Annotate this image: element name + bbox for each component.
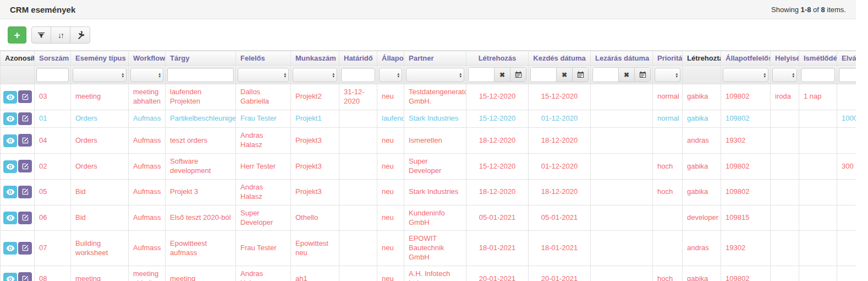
column-label: Létrehozta xyxy=(687,54,721,62)
view-button[interactable] xyxy=(3,186,17,198)
filter-select-9[interactable]: ▴▾ xyxy=(406,68,464,82)
sort-link[interactable]: Sorszám xyxy=(39,54,69,62)
filter-date-input-11[interactable] xyxy=(531,68,556,82)
filter-input-18[interactable] xyxy=(839,68,856,82)
filter-select-3[interactable]: ▴▾ xyxy=(130,68,163,82)
sort-link[interactable]: Ismétlődés xyxy=(804,54,837,62)
table-cell xyxy=(837,179,856,205)
chevron-up-down-icon: ▴▾ xyxy=(459,72,462,78)
view-button[interactable] xyxy=(3,91,17,104)
sort-button[interactable]: ↓↑ xyxy=(51,26,70,44)
crm-events-panel: CRM események Showing 1-8 of 8 items. + … xyxy=(0,0,856,281)
table-cell xyxy=(771,110,799,128)
sort-link[interactable]: Helyiség xyxy=(775,54,799,62)
sort-link[interactable]: Elvá xyxy=(842,54,856,62)
update-button[interactable] xyxy=(18,272,32,281)
calendar-icon[interactable] xyxy=(572,68,588,82)
column-header-7: Határidő xyxy=(339,51,377,66)
filter-input-7[interactable] xyxy=(341,68,375,82)
table-cell xyxy=(653,205,683,231)
filter-select-16[interactable]: ▴▾ xyxy=(772,68,797,82)
table-cell: Aufmass xyxy=(129,205,166,231)
update-button[interactable] xyxy=(18,160,32,172)
view-button[interactable] xyxy=(3,112,17,125)
update-button[interactable] xyxy=(18,212,32,224)
table-cell: 08 xyxy=(35,266,71,281)
view-button[interactable] xyxy=(3,212,17,224)
clear-x-icon[interactable]: ✖ xyxy=(494,68,510,82)
filter-funnel-icon xyxy=(37,31,45,39)
table-cell xyxy=(591,154,653,180)
row-actions-cell xyxy=(1,154,35,180)
add-button[interactable]: + xyxy=(8,26,26,44)
sort-link[interactable]: Állapot xyxy=(382,54,404,62)
table-cell: meeting abhalten xyxy=(129,84,166,110)
table-cell: Projekt3 xyxy=(291,128,339,154)
grid-body: 03meetingmeeting abhaltenlaufenden Proje… xyxy=(1,84,856,281)
column-label: Azonosító xyxy=(5,54,35,62)
filter-date-input-12[interactable] xyxy=(593,68,618,82)
filter-select-5[interactable]: ▴▾ xyxy=(238,68,289,82)
sort-link[interactable]: Esemény típus xyxy=(75,54,126,62)
filter-select-15[interactable]: ▴▾ xyxy=(723,68,768,82)
sort-link[interactable]: Felelős xyxy=(240,54,265,62)
filter-input-4[interactable] xyxy=(167,68,234,82)
sort-link[interactable]: Partner xyxy=(409,54,434,62)
view-button[interactable] xyxy=(3,273,17,281)
table-cell: meeting xyxy=(71,266,129,281)
filter-select-13[interactable]: ▴▾ xyxy=(655,68,680,82)
table-cell: 15-12-2020 xyxy=(466,84,529,110)
sort-link[interactable]: Állapotfelelős xyxy=(726,54,771,62)
filter-select-6[interactable]: ▴▾ xyxy=(293,68,337,82)
table-cell: EPOWIT Bautechnik GmbH xyxy=(404,231,466,266)
clear-x-icon[interactable]: ✖ xyxy=(556,68,572,82)
filter-input-17[interactable] xyxy=(801,68,835,82)
view-button[interactable] xyxy=(3,242,17,255)
sort-link[interactable]: Workflow xyxy=(133,54,165,62)
table-cell xyxy=(591,231,653,266)
sort-link[interactable]: Létrehozás xyxy=(479,54,517,62)
table-cell: 18-12-2020 xyxy=(466,128,529,154)
table-cell: Projekt 3 xyxy=(166,179,236,205)
update-button[interactable] xyxy=(18,112,32,125)
sort-link[interactable]: Munkaszám xyxy=(295,54,336,62)
calendar-icon[interactable] xyxy=(510,68,526,82)
table-cell xyxy=(771,205,799,231)
filter-select-8[interactable]: ▴▾ xyxy=(379,68,402,82)
update-button[interactable] xyxy=(18,186,32,198)
pencil-square-icon xyxy=(21,214,29,221)
sort-link[interactable]: Tárgy xyxy=(170,54,189,62)
update-button[interactable] xyxy=(18,242,32,255)
sort-link[interactable]: Lezárás dátuma xyxy=(595,54,649,62)
update-button[interactable] xyxy=(18,90,32,103)
page-title: CRM események xyxy=(10,5,75,14)
filter-cell-5: ▴▾ xyxy=(236,66,291,84)
sort-link[interactable]: Prioritás xyxy=(657,54,683,62)
table-cell: andras xyxy=(683,128,721,154)
view-button[interactable] xyxy=(3,160,17,173)
table-cell xyxy=(799,179,837,205)
table-cell: Herr Tester xyxy=(236,154,291,180)
table-cell xyxy=(799,205,837,231)
eye-icon xyxy=(6,214,15,221)
table-row: 08meetingmeeting abhaltenmeetingAndras H… xyxy=(1,266,856,281)
sort-link[interactable]: Kezdés dátuma xyxy=(533,54,585,62)
table-row: 02OrdersAufmassSoftware developmentHerr … xyxy=(1,154,856,180)
filter-date-input-10[interactable] xyxy=(469,68,494,82)
table-cell xyxy=(339,154,377,180)
view-button[interactable] xyxy=(3,134,17,147)
clear-x-icon[interactable]: ✖ xyxy=(618,68,634,82)
calendar-icon[interactable] xyxy=(634,68,650,82)
settings-button[interactable] xyxy=(70,26,90,44)
table-cell xyxy=(653,231,683,266)
update-button[interactable] xyxy=(18,134,32,147)
grid-view: AzonosítóSorszámEsemény típusWorkflowTár… xyxy=(0,50,856,281)
filter-toggle-button[interactable] xyxy=(31,26,51,44)
table-cell: Projekt3 xyxy=(291,154,339,180)
filter-select-2[interactable]: ▴▾ xyxy=(73,68,127,82)
sort-link[interactable]: Határidő xyxy=(344,54,373,62)
filter-input-1[interactable] xyxy=(36,68,69,82)
pencil-square-icon xyxy=(21,115,29,122)
eye-icon xyxy=(6,137,15,144)
table-cell: Projekt1 xyxy=(291,110,339,128)
